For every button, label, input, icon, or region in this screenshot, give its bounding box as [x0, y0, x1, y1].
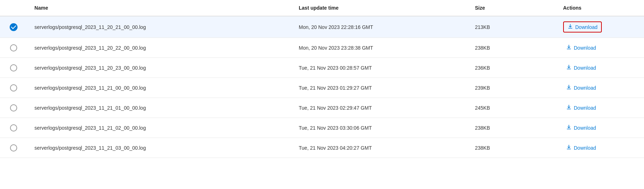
row-actions: Download — [556, 78, 644, 98]
checkbox-unchecked[interactable] — [10, 64, 17, 71]
header-name-col: Name — [27, 0, 292, 16]
row-actions: Download — [556, 38, 644, 58]
row-name: serverlogs/postgresql_2023_11_21_01_00_0… — [27, 98, 292, 118]
row-time: Mon, 20 Nov 2023 22:28:16 GMT — [292, 16, 468, 38]
header-actions-col: Actions — [556, 0, 644, 16]
download-label: Download — [574, 65, 596, 71]
download-button[interactable]: Download — [563, 21, 602, 33]
table-header-row: Name Last update time Size Actions — [0, 0, 644, 16]
download-icon — [566, 124, 572, 131]
table-row[interactable]: serverlogs/postgresql_2023_11_21_02_00_0… — [0, 118, 644, 138]
download-label: Download — [574, 45, 596, 51]
table-row[interactable]: serverlogs/postgresql_2023_11_21_01_00_0… — [0, 98, 644, 118]
row-name: serverlogs/postgresql_2023_11_21_00_00_0… — [27, 78, 292, 98]
download-icon — [567, 24, 573, 30]
row-size: 239KB — [468, 78, 556, 98]
row-size: 245KB — [468, 98, 556, 118]
row-checkbox-cell[interactable] — [0, 78, 27, 98]
row-checkbox-cell[interactable] — [0, 98, 27, 118]
checkbox-unchecked[interactable] — [10, 84, 17, 91]
table-row[interactable]: serverlogs/postgresql_2023_11_20_22_00_0… — [0, 38, 644, 58]
row-checkbox-cell[interactable] — [0, 58, 27, 78]
download-label: Download — [574, 105, 596, 111]
row-time: Mon, 20 Nov 2023 23:28:38 GMT — [292, 38, 468, 58]
row-checkbox-cell[interactable] — [0, 138, 27, 158]
row-actions: Download — [556, 118, 644, 138]
row-name: serverlogs/postgresql_2023_11_20_21_00_0… — [27, 16, 292, 38]
row-time: Tue, 21 Nov 2023 04:20:27 GMT — [292, 138, 468, 158]
download-icon — [566, 44, 572, 51]
row-name: serverlogs/postgresql_2023_11_20_23_00_0… — [27, 58, 292, 78]
row-actions: Download — [556, 138, 644, 158]
header-time-col: Last update time — [292, 0, 468, 16]
checkbox-unchecked[interactable] — [10, 124, 17, 131]
row-checkbox-cell[interactable] — [0, 118, 27, 138]
table-row[interactable]: serverlogs/postgresql_2023_11_21_00_00_0… — [0, 78, 644, 98]
download-icon — [566, 64, 572, 71]
row-time: Tue, 21 Nov 2023 02:29:47 GMT — [292, 98, 468, 118]
download-button[interactable]: Download — [563, 43, 599, 53]
row-name: serverlogs/postgresql_2023_11_21_02_00_0… — [27, 118, 292, 138]
row-size: 238KB — [468, 38, 556, 58]
download-icon — [566, 104, 572, 111]
row-time: Tue, 21 Nov 2023 00:28:57 GMT — [292, 58, 468, 78]
row-time: Tue, 21 Nov 2023 01:29:27 GMT — [292, 78, 468, 98]
header-checkbox-col — [0, 0, 27, 16]
log-files-table-container: Name Last update time Size Actions serve… — [0, 0, 644, 189]
download-button[interactable]: Download — [563, 103, 599, 113]
checkbox-unchecked[interactable] — [10, 104, 17, 111]
row-actions: Download — [556, 58, 644, 78]
checkbox-unchecked[interactable] — [10, 44, 17, 51]
checkbox-checked[interactable] — [10, 23, 18, 31]
log-files-table: Name Last update time Size Actions serve… — [0, 0, 644, 158]
download-icon — [566, 144, 572, 151]
download-icon — [566, 84, 572, 91]
row-actions: Download — [556, 98, 644, 118]
row-checkbox-cell[interactable] — [0, 16, 27, 38]
download-label: Download — [574, 145, 596, 151]
row-time: Tue, 21 Nov 2023 03:30:06 GMT — [292, 118, 468, 138]
table-row[interactable]: serverlogs/postgresql_2023_11_21_03_00_0… — [0, 138, 644, 158]
download-label: Download — [574, 125, 596, 131]
row-size: 238KB — [468, 138, 556, 158]
download-button[interactable]: Download — [563, 83, 599, 93]
row-name: serverlogs/postgresql_2023_11_21_03_00_0… — [27, 138, 292, 158]
row-size: 213KB — [468, 16, 556, 38]
download-label: Download — [575, 24, 597, 30]
checkbox-unchecked[interactable] — [10, 144, 17, 151]
row-size: 236KB — [468, 58, 556, 78]
header-size-col: Size — [468, 0, 556, 16]
download-button[interactable]: Download — [563, 143, 599, 153]
download-label: Download — [574, 85, 596, 91]
download-button[interactable]: Download — [563, 63, 599, 73]
table-row[interactable]: serverlogs/postgresql_2023_11_20_23_00_0… — [0, 58, 644, 78]
row-actions: Download — [556, 16, 644, 38]
table-row[interactable]: serverlogs/postgresql_2023_11_20_21_00_0… — [0, 16, 644, 38]
download-button[interactable]: Download — [563, 123, 599, 133]
row-name: serverlogs/postgresql_2023_11_20_22_00_0… — [27, 38, 292, 58]
row-checkbox-cell[interactable] — [0, 38, 27, 58]
row-size: 238KB — [468, 118, 556, 138]
